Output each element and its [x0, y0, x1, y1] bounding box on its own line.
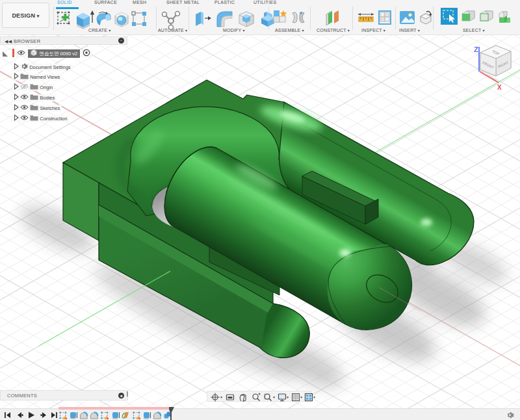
svg-text:Z: Z — [474, 46, 478, 53]
svg-text:X: X — [497, 84, 502, 91]
